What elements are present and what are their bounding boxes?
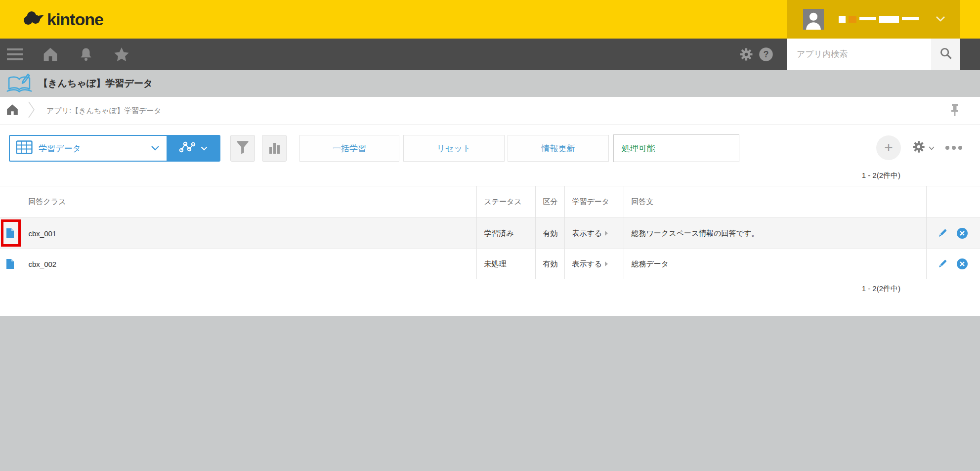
filter-button[interactable]	[230, 135, 255, 162]
bulk-learn-button[interactable]: 一括学習	[299, 135, 399, 162]
reset-button[interactable]: リセット	[403, 135, 505, 162]
view-selector-label: 学習データ	[39, 143, 145, 154]
expand-triangle-icon	[605, 231, 608, 236]
hamburger-menu-icon[interactable]	[5, 44, 25, 64]
more-options-ellipsis-icon[interactable]	[945, 146, 962, 150]
expand-triangle-icon	[605, 261, 608, 266]
user-name-redacted	[839, 14, 919, 24]
cell-answer-text: 総務データ	[624, 249, 926, 279]
header-answer-class: 回答クラス	[21, 186, 476, 218]
settings-chevron-down-icon	[929, 143, 935, 152]
chart-button[interactable]	[262, 135, 287, 162]
notifications-bell-icon[interactable]	[76, 44, 96, 64]
kintone-cloud-icon	[22, 9, 45, 29]
toolbar-gear-icon	[912, 140, 926, 156]
record-document-icon[interactable]	[0, 249, 21, 279]
cell-answer-class: cbx_002	[21, 249, 476, 279]
breadcrumb: アプリ:【きんちゃぼ】学習データ	[0, 97, 980, 125]
record-list-content: 学習データ	[0, 125, 980, 316]
cell-category: 有効	[535, 218, 564, 249]
app-search-input[interactable]	[787, 39, 931, 70]
header-learning-data: 学習データ	[564, 186, 624, 218]
table-row: cbx_002 未処理 有効 表示する 総務データ	[0, 249, 980, 279]
status-filter-label: 処理可能	[622, 143, 655, 154]
pin-icon[interactable]	[949, 103, 960, 120]
graph-nodes-icon	[179, 141, 196, 156]
app-title: 【きんちゃぼ】学習データ	[39, 77, 153, 90]
favorites-star-icon[interactable]	[112, 44, 131, 64]
app-settings-button[interactable]	[912, 140, 935, 156]
plus-icon: +	[884, 140, 893, 155]
table-row: cbx_001 学習済み 有効 表示する 総務ワークスペース情報の回答です。	[0, 218, 980, 249]
header-answer-text: 回答文	[624, 186, 926, 218]
global-nav-bar: ?	[0, 39, 980, 70]
settings-gear-icon[interactable]	[736, 44, 756, 64]
record-document-icon[interactable]	[0, 218, 21, 249]
cell-answer-class: cbx_001	[21, 218, 476, 249]
status-filter-box[interactable]: 処理可能	[613, 134, 739, 162]
home-icon[interactable]	[41, 44, 60, 64]
update-info-button[interactable]: 情報更新	[508, 135, 609, 162]
table-view-icon	[16, 140, 33, 156]
cell-answer-text: 総務ワークスペース情報の回答です。	[624, 218, 926, 249]
edit-pencil-icon[interactable]	[937, 258, 948, 270]
svg-text:?: ?	[764, 49, 769, 59]
page-background	[0, 316, 980, 471]
top-header-bar: kintone	[0, 0, 980, 39]
graph-view-toggle[interactable]	[167, 136, 219, 161]
user-menu[interactable]	[787, 0, 960, 39]
pagination-bottom: 1 - 2(2件中)	[0, 284, 980, 294]
cell-status: 学習済み	[476, 218, 535, 249]
kintone-logo[interactable]: kintone	[22, 9, 103, 29]
view-selector-chevron-down-icon	[151, 144, 160, 153]
cell-learning-data-toggle[interactable]: 表示する	[564, 249, 624, 279]
delete-x-icon[interactable]	[956, 258, 968, 270]
header-actions-column	[926, 186, 980, 218]
breadcrumb-chevron-icon	[28, 100, 36, 122]
delete-x-icon[interactable]	[956, 227, 968, 239]
breadcrumb-app-label[interactable]: アプリ:【きんちゃぼ】学習データ	[46, 106, 162, 116]
search-submit-button[interactable]	[931, 39, 960, 70]
logo-wordmark: kintone	[47, 10, 103, 29]
app-book-pencil-icon	[0, 73, 39, 94]
header-status: ステータス	[476, 186, 535, 218]
add-record-button[interactable]: +	[876, 135, 901, 160]
user-avatar	[803, 9, 824, 30]
funnel-icon	[236, 140, 250, 157]
cell-learning-data-toggle[interactable]: 表示する	[564, 218, 624, 249]
search-magnifier-icon	[939, 46, 953, 62]
edit-pencil-icon[interactable]	[937, 227, 948, 239]
user-menu-chevron-down-icon	[936, 15, 945, 24]
cell-status: 未処理	[476, 249, 535, 279]
table-header-row: 回答クラス ステータス 区分 学習データ 回答文	[0, 186, 980, 218]
app-title-bar: 【きんちゃぼ】学習データ	[0, 70, 980, 97]
breadcrumb-home-icon[interactable]	[6, 104, 19, 118]
pagination-top: 1 - 2(2件中)	[0, 171, 980, 180]
help-question-icon[interactable]: ?	[756, 44, 776, 64]
view-selector[interactable]: 学習データ	[9, 135, 220, 162]
app-search	[787, 39, 960, 70]
records-table: 回答クラス ステータス 区分 学習データ 回答文 cbx_001 学習済み 有効	[0, 186, 980, 279]
view-toolbar: 学習データ	[0, 125, 980, 162]
graph-chevron-down-icon	[201, 144, 208, 153]
bar-chart-icon	[269, 143, 280, 154]
cell-category: 有効	[535, 249, 564, 279]
header-category: 区分	[535, 186, 564, 218]
header-icon-column	[0, 186, 21, 218]
